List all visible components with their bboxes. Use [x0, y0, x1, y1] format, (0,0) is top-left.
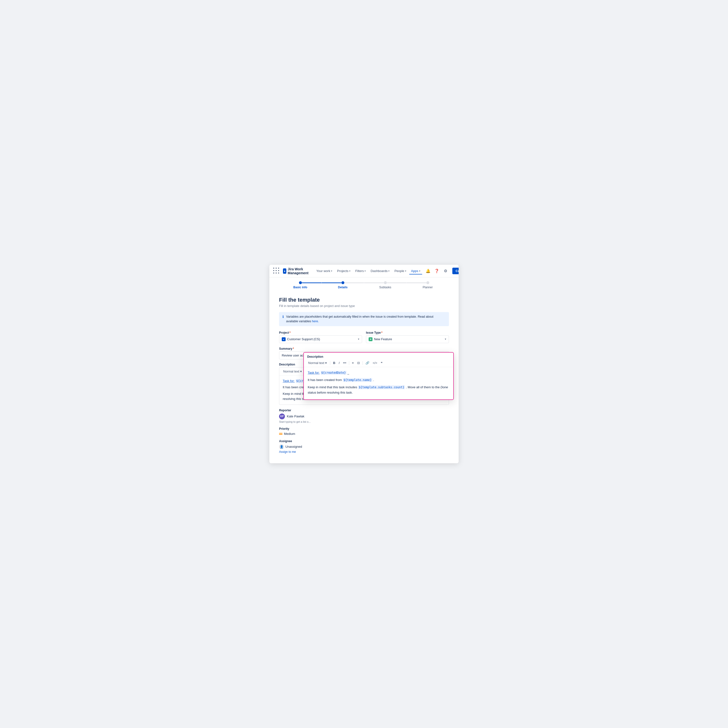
- reporter-field: Reporter KP Kate Pawlak Start typing to …: [279, 408, 327, 423]
- project-icon: ⬧: [282, 337, 286, 341]
- priority-field: Priority Medium: [279, 427, 327, 436]
- assign-to-me-link[interactable]: Assign to me: [279, 450, 327, 454]
- page-subtitle: Fill in template details based on projec…: [279, 304, 449, 308]
- required-star: *: [293, 347, 294, 350]
- chevron-down-icon: ▾: [325, 361, 327, 365]
- step-dot-basic-info: [299, 281, 302, 284]
- step-dot-planner: [427, 281, 429, 284]
- project-label: Project *: [279, 331, 362, 334]
- step-label-planner: Planner: [423, 286, 433, 289]
- project-value: Customer Support (CS): [287, 337, 356, 341]
- reporter-hint: Start typing to get a list o...: [279, 420, 327, 423]
- summary-label: Summary *: [279, 347, 449, 350]
- issue-type-select[interactable]: ★ New Feature ▾: [366, 335, 449, 343]
- step-label-details: Details: [338, 286, 347, 289]
- chevron-down-icon: ▾: [388, 269, 390, 272]
- step-label-basic-info: Basic info: [294, 286, 307, 289]
- popup-line2: It has been created from ${template.name…: [308, 377, 450, 383]
- step-dot-details: [341, 281, 344, 284]
- nav-icons: 🔔 ❓ ⚙: [424, 267, 450, 275]
- popup-bold-button[interactable]: B: [332, 360, 336, 366]
- popup-task-link[interactable]: Task for:: [308, 371, 320, 375]
- issue-type-value: New Feature: [374, 337, 444, 341]
- required-star: *: [289, 331, 291, 334]
- issue-type-icon: ★: [369, 337, 373, 341]
- page-title: Fill the template: [279, 297, 449, 303]
- topnav: ⬧ Jira Work Management Your work ▾ Proje…: [269, 265, 459, 277]
- required-star: *: [381, 331, 382, 334]
- medium-priority-icon: [279, 433, 283, 434]
- task-link[interactable]: Task for:: [283, 379, 295, 383]
- popup-toolbar: Normal text ▾ B I ••• ≡ ⊟ 🔗 </> ❝: [304, 359, 453, 367]
- text-style-dropdown[interactable]: Normal text ▾: [281, 369, 304, 374]
- reporter-name: Kate Pawlak: [287, 414, 304, 418]
- assignee-icon: 👤: [279, 444, 284, 449]
- popup-link-button[interactable]: 🔗: [364, 360, 371, 366]
- step-basic-info[interactable]: Basic info: [279, 281, 321, 289]
- popup-more-button[interactable]: •••: [341, 360, 348, 366]
- nav-dashboards[interactable]: Dashboards ▾: [369, 268, 392, 274]
- popup-created-date-var: ${createdDate}: [321, 371, 347, 375]
- banner-link[interactable]: here.: [312, 320, 319, 323]
- description-popup: Description Normal text ▾ B I ••• ≡ ⊟ 🔗 …: [303, 352, 454, 400]
- nav-people[interactable]: People ▾: [392, 268, 408, 274]
- notifications-icon[interactable]: 🔔: [424, 267, 432, 275]
- nav-projects[interactable]: Projects ▾: [335, 268, 352, 274]
- chevron-down-icon: ▾: [300, 370, 302, 373]
- project-select[interactable]: ⬧ Customer Support (CS) ▾: [279, 335, 362, 343]
- popup-code-button[interactable]: </>: [371, 360, 379, 366]
- popup-quote-button[interactable]: ❝: [379, 360, 384, 366]
- priority-label: Priority: [279, 427, 327, 430]
- popup-bullet-list-button[interactable]: ≡: [350, 360, 355, 366]
- step-label-subtasks: Subtasks: [379, 286, 391, 289]
- popup-template-name-var: ${template.name}: [343, 378, 373, 382]
- popup-line1: Task for: ${createdDate} _: [308, 370, 450, 375]
- chevron-down-icon: ▾: [405, 269, 406, 272]
- priority-value: Medium: [284, 432, 295, 436]
- toolbar-divider: [349, 361, 349, 365]
- assignee-field: Assignee 👤 Unassigned Assign to me: [279, 439, 327, 454]
- settings-icon[interactable]: ⚙: [442, 267, 450, 275]
- assignee-label: Assignee: [279, 439, 327, 443]
- chevron-down-icon: ▾: [349, 269, 350, 272]
- steps-row: Basic info Details Subtasks: [279, 281, 449, 289]
- info-banner: ℹ Variables are placeholders that get au…: [279, 312, 449, 326]
- reporter-row: KP Kate Pawlak: [279, 413, 327, 419]
- issue-type-field: Issue Type * ★ New Feature ▾: [366, 331, 449, 343]
- form-row-project-issuetype: Project * ⬧ Customer Support (CS) ▾ Issu…: [279, 331, 449, 343]
- issue-type-label: Issue Type *: [366, 331, 449, 334]
- nav-apps[interactable]: Apps ▾: [409, 268, 422, 274]
- create-button[interactable]: Create: [452, 268, 459, 274]
- step-subtasks[interactable]: Subtasks: [364, 281, 407, 289]
- bottom-section: Reporter KP Kate Pawlak Start typing to …: [279, 408, 449, 457]
- popup-overlay: Description Normal text ▾ B I ••• ≡ ⊟ 🔗 …: [303, 352, 454, 400]
- banner-text: Variables are placeholders that get auto…: [286, 315, 445, 324]
- popup-header: Description: [304, 353, 453, 359]
- nav-your-work[interactable]: Your work ▾: [315, 268, 334, 274]
- help-icon[interactable]: ❓: [433, 267, 441, 275]
- main-window: ⬧ Jira Work Management Your work ▾ Proje…: [269, 265, 459, 463]
- info-icon: ℹ: [283, 315, 284, 319]
- grid-menu-icon[interactable]: [273, 268, 280, 274]
- popup-done-italic: Done: [440, 385, 448, 389]
- chevron-down-icon: ▾: [419, 269, 420, 272]
- reporter-label: Reporter: [279, 408, 327, 412]
- step-planner[interactable]: Planner: [407, 281, 449, 289]
- popup-text-style-dropdown[interactable]: Normal text ▾: [306, 360, 329, 366]
- popup-subtasks-count-var: ${template.subtasks.count}: [358, 385, 405, 389]
- logo-icon: ⬧: [283, 268, 286, 274]
- assignee-value: Unassigned: [285, 445, 302, 448]
- app-logo[interactable]: ⬧ Jira Work Management: [283, 267, 310, 275]
- chevron-down-icon: ▾: [364, 269, 366, 272]
- popup-numbered-list-button[interactable]: ⊟: [356, 360, 361, 366]
- chevron-down-icon: ▾: [358, 338, 359, 341]
- popup-line3: Keep in mind that this task includes ${t…: [308, 385, 450, 395]
- popup-italic-button[interactable]: I: [337, 360, 341, 366]
- priority-row[interactable]: Medium: [279, 432, 327, 436]
- popup-editor-body[interactable]: Task for: ${createdDate} _ It has been c…: [304, 367, 453, 399]
- step-details[interactable]: Details: [321, 281, 364, 289]
- toolbar-divider: [362, 361, 363, 365]
- chevron-down-icon: ▾: [331, 269, 332, 272]
- app-name: Jira Work Management: [288, 267, 310, 275]
- nav-filters[interactable]: Filters ▾: [353, 268, 368, 274]
